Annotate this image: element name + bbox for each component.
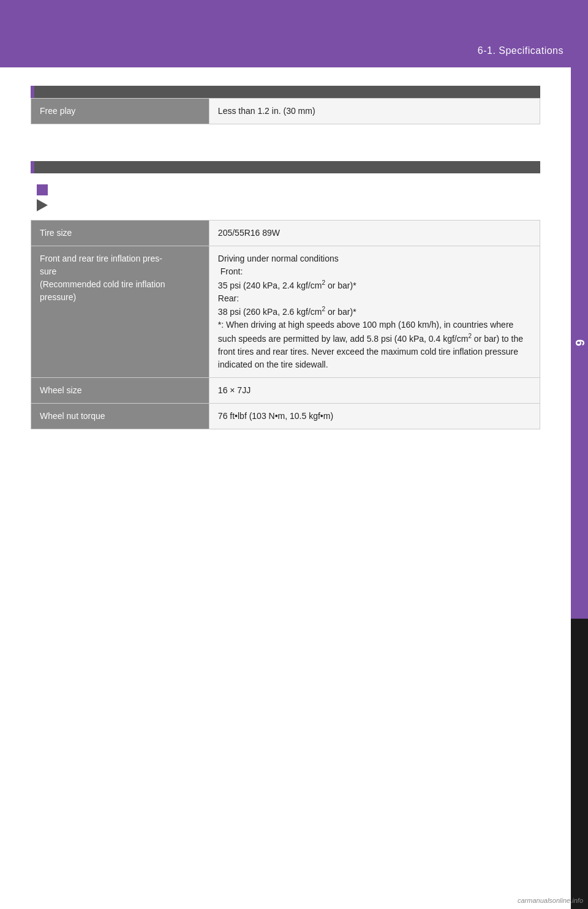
table-cell-value: Less than 1.2 in. (30 mm) — [209, 99, 540, 124]
section2-table: Tire size 205/55R16 89W Front and rear t… — [31, 220, 540, 429]
main-content: Free play Less than 1.2 in. (30 mm) Tire… — [0, 67, 571, 909]
table-cell-label: Wheel nut torque — [31, 403, 209, 429]
table-cell-label: Tire size — [31, 221, 209, 246]
table-row: Front and rear tire inflation pres-sure(… — [31, 246, 540, 378]
table-cell-label: Front and rear tire inflation pres-sure(… — [31, 246, 209, 378]
info-icon-row-arrow — [37, 199, 540, 211]
section2-header — [31, 161, 540, 173]
header-bar: 6-1. Specifications — [0, 0, 588, 67]
table-row: Wheel nut torque 76 ft•lbf (103 N•m, 10.… — [31, 403, 540, 429]
table-cell-value: 76 ft•lbf (103 N•m, 10.5 kgf•m) — [209, 403, 540, 429]
section1-table: Free play Less than 1.2 in. (30 mm) — [31, 98, 540, 124]
table-row: Free play Less than 1.2 in. (30 mm) — [31, 99, 540, 124]
chapter-tab: 6 — [571, 67, 588, 619]
info-icons — [37, 184, 540, 211]
table-row: Tire size 205/55R16 89W — [31, 221, 540, 246]
section1-header — [31, 86, 540, 98]
watermark: carmanualsonline.info — [518, 897, 583, 904]
arrow-icon — [37, 199, 48, 211]
table-cell-value: Driving under normal conditions Front: 3… — [209, 246, 540, 378]
table-cell-value: 205/55R16 89W — [209, 221, 540, 246]
purple-square-icon — [37, 184, 48, 195]
page-title: 6-1. Specifications — [478, 45, 564, 56]
table-cell-label: Wheel size — [31, 377, 209, 403]
chapter-number: 6 — [573, 339, 587, 346]
section-gap — [31, 143, 540, 161]
table-cell-label: Free play — [31, 99, 209, 124]
table-cell-value: 16 × 7JJ — [209, 377, 540, 403]
info-icon-row-square — [37, 184, 540, 195]
table-row: Wheel size 16 × 7JJ — [31, 377, 540, 403]
